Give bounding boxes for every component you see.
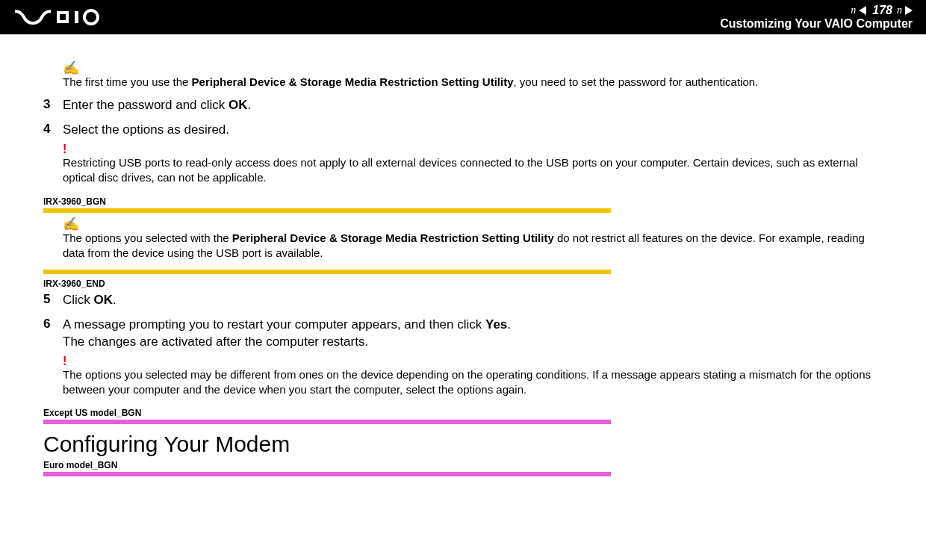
step5-post: . — [113, 293, 116, 307]
note-icon: ✍ — [63, 217, 889, 231]
step-5: 5 Click OK. — [22, 292, 904, 309]
svg-point-1 — [84, 10, 98, 24]
divider-yellow-2 — [43, 270, 611, 274]
step6-post: . — [507, 317, 511, 332]
warning-icon: ! — [63, 143, 889, 155]
warning-text-2: The options you selected may be differen… — [63, 367, 889, 398]
step-5-text: Click OK. — [63, 292, 116, 309]
divider-magenta-1 — [43, 420, 611, 424]
note-block-2: ✍ The options you selected with the Peri… — [63, 217, 889, 261]
warning-icon: ! — [63, 355, 889, 367]
vaio-logo-icon — [13, 8, 111, 26]
note-icon: ✍ — [63, 61, 889, 75]
marker-irx-bgn: IRX-3960_BGN — [43, 196, 904, 207]
page-navigation: n 178 n — [720, 4, 913, 17]
warning-block-2: ! The options you selected may be differ… — [63, 355, 889, 398]
vaio-logo — [13, 8, 111, 26]
page-number: 178 — [872, 4, 892, 17]
step-6-text: A message prompting you to restart your … — [63, 317, 511, 351]
divider-magenta-2 — [43, 472, 611, 476]
nav-n-left: n — [851, 4, 856, 16]
marker-euro: Euro model_BGN — [43, 460, 904, 470]
warning-text-1: Restricting USB ports to read-only acces… — [63, 155, 889, 186]
step-3-text: Enter the password and click OK. — [63, 97, 251, 114]
step3-post: . — [248, 98, 252, 112]
step6-pre: A message prompting you to restart your … — [63, 317, 485, 332]
heading-configuring-modem: Configuring Your Modem — [43, 432, 904, 457]
warning-block-1: ! Restricting USB ports to read-only acc… — [63, 143, 889, 186]
note-block-1: ✍ The first time you use the Peripheral … — [63, 61, 889, 90]
header-bar: n 178 n Customizing Your VAIO Computer — [0, 0, 926, 34]
step-3: 3 Enter the password and click OK. — [22, 97, 904, 114]
step6-bold: Yes — [485, 317, 507, 332]
step-4-text: Select the options as desired. — [63, 122, 229, 139]
step-4: 4 Select the options as desired. — [22, 122, 904, 139]
step-6-number: 6 — [22, 317, 63, 332]
marker-irx-end: IRX-3960_END — [43, 279, 904, 289]
page-content: ✍ The first time you use the Peripheral … — [0, 34, 926, 476]
note1-post: , you need to set the password for authe… — [514, 75, 759, 88]
step-4-number: 4 — [22, 122, 63, 137]
nav-next-icon[interactable] — [905, 6, 913, 15]
header-right: n 178 n Customizing Your VAIO Computer — [720, 4, 913, 31]
note-text-2: The options you selected with the Periph… — [63, 231, 889, 261]
note2-pre: The options you selected with the — [63, 231, 232, 244]
step3-pre: Enter the password and click — [63, 98, 229, 112]
nav-n-right: n — [897, 4, 902, 16]
marker-except-us: Except US model_BGN — [43, 408, 904, 418]
step-6: 6 A message prompting you to restart you… — [22, 317, 904, 351]
divider-yellow-1 — [43, 208, 611, 213]
step5-bold: OK — [94, 293, 114, 307]
step6-line2: The changes are activated after the comp… — [63, 335, 368, 349]
step-3-number: 3 — [22, 97, 63, 112]
step3-bold: OK — [229, 98, 248, 112]
section-title: Customizing Your VAIO Computer — [720, 17, 913, 31]
note1-bold: Peripheral Device & Storage Media Restri… — [192, 75, 514, 88]
svg-rect-0 — [75, 11, 78, 23]
note-text-1: The first time you use the Peripheral De… — [63, 75, 889, 90]
nav-prev-icon[interactable] — [859, 6, 866, 15]
note2-bold: Peripheral Device & Storage Media Restri… — [232, 231, 554, 244]
step5-pre: Click — [63, 293, 94, 307]
note1-pre: The first time you use the — [63, 75, 192, 88]
step-5-number: 5 — [22, 292, 63, 307]
